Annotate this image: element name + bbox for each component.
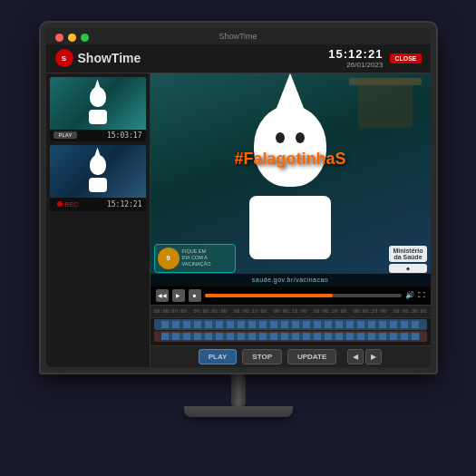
badge-text: FIQUE EM DIA COM A VACINAÇÃO: [182, 248, 211, 267]
playlist-thumb-2: [50, 145, 146, 198]
rec-indicator: REC: [53, 199, 83, 209]
left-overlay: 9 FIQUE EM DIA COM A VACINAÇÃO: [154, 244, 236, 273]
prev-arrow-button[interactable]: ◀: [347, 349, 364, 364]
next-arrow-button[interactable]: ▶: [365, 349, 382, 364]
rec-dot: [57, 201, 63, 207]
monitor-body: ShowTime S ShowTime 15:12:21 26/01/2023: [39, 21, 438, 374]
play-button-1[interactable]: PLAY: [53, 131, 78, 139]
traffic-light-red[interactable]: [55, 34, 63, 42]
right-overlay: Ministérioda Saúde ◆: [389, 246, 426, 273]
stand-neck: [231, 374, 246, 406]
ruler-marks: 00:00:00:00 00:00:05:00 00:00:10:00 00:0…: [154, 308, 427, 314]
traffic-lights: [55, 34, 89, 42]
char-eyes: [267, 132, 313, 143]
overlay-badge: 9 FIQUE EM DIA COM A VACINAÇÃO: [154, 244, 236, 273]
play-pause-button[interactable]: ▶: [172, 289, 185, 302]
logo-label: ShowTime: [78, 51, 141, 65]
playlist-item-bar-1: PLAY 15:03:17: [50, 130, 146, 141]
ruler-mark-5: 00:00:25:00: [354, 308, 386, 314]
logo-icon: S: [55, 49, 73, 67]
playlist-item-1[interactable]: PLAY 15:03:17: [50, 77, 146, 141]
stop-button[interactable]: ■: [189, 289, 201, 302]
video-controls: ◀◀ ▶ ■ 🔊 ⛶: [151, 287, 431, 305]
char-face: [267, 132, 313, 151]
monitor-wrapper: ShowTime S ShowTime 15:12:21 26/01/2023: [30, 21, 447, 456]
playlist-thumb-1: [50, 77, 146, 130]
ruler-mark-3: 00:00:15:00: [274, 308, 306, 314]
volume-icon[interactable]: 🔊: [405, 291, 414, 299]
ruler-mark-6: 00:00:30:00: [393, 308, 426, 314]
ruler-mark-2: 00:00:10:00: [234, 308, 267, 314]
timeline-track-1[interactable]: [154, 319, 427, 330]
badge-title-line2: DIA COM A: [182, 255, 211, 261]
play-action-button[interactable]: PLAY: [199, 349, 238, 364]
stand-base: [184, 406, 293, 417]
rewind-button[interactable]: ◀◀: [156, 289, 169, 302]
monitor-bezel: ShowTime S ShowTime 15:12:21 26/01/2023: [46, 28, 431, 367]
timeline-section: 00:00:00:00 00:00:05:00 00:00:10:00 00:0…: [151, 305, 431, 345]
header-right: 15:12:21 26/01/2023 CLOSE: [328, 47, 421, 69]
timeline-ruler: 00:00:00:00 00:00:05:00 00:00:10:00 00:0…: [151, 306, 431, 318]
update-action-button[interactable]: UPDATE: [287, 349, 336, 364]
window-title: ShowTime: [219, 32, 257, 41]
badge-circle: 9: [158, 248, 180, 269]
progress-bar[interactable]: [205, 294, 402, 297]
traffic-light-green[interactable]: [81, 34, 89, 42]
nav-arrows: ◀ ▶: [347, 349, 382, 364]
ruler-mark-1: 00:00:05:00: [194, 308, 227, 314]
main-character: [231, 105, 349, 268]
overlay-logo-secondary: ◆: [389, 264, 426, 273]
url-text: saude.gov.br/vacinacao: [252, 277, 328, 283]
thumb-character-2: [84, 155, 112, 196]
timeline-track-2[interactable]: [154, 331, 427, 342]
ruler-mark-0: 00:00:00:00: [154, 308, 187, 314]
badge-title-line1: FIQUE EM: [182, 248, 211, 255]
stop-action-button[interactable]: STOP: [242, 349, 282, 364]
video-main: #FalagotinhaS 9 FIQUE EM DIA COM A VACIN…: [151, 73, 431, 287]
time-display: 15:12:21 26/01/2023: [328, 47, 383, 69]
url-bar: saude.gov.br/vacinacao: [151, 274, 431, 287]
overlay-logo-ministry: Ministérioda Saúde: [389, 246, 426, 262]
bottom-bar: PLAY STOP UPDATE ◀ ▶: [151, 345, 431, 367]
logo-text: ShowTime: [78, 51, 141, 65]
timecode-2: 15:12:21: [107, 200, 142, 209]
left-panel: PLAY 15:03:17: [46, 73, 151, 367]
rec-label: REC: [65, 201, 79, 208]
title-bar: ShowTime: [46, 28, 431, 44]
logo-area: S ShowTime: [55, 49, 141, 67]
badge-title-line3: VACINAÇÃO: [182, 261, 211, 267]
timecode-1: 15:03:17: [107, 131, 142, 140]
app-screen: ShowTime S ShowTime 15:12:21 26/01/2023: [46, 28, 431, 367]
traffic-light-yellow[interactable]: [68, 34, 76, 42]
eye-left: [276, 132, 285, 143]
close-button[interactable]: CLOSE: [390, 53, 421, 63]
char-torso: [249, 196, 331, 259]
playlist-item-bar-2: REC 15:12:21: [50, 198, 146, 211]
playlist-item-2[interactable]: REC 15:12:21: [50, 145, 146, 211]
timeline-tracks: [151, 318, 431, 345]
progress-fill: [205, 294, 333, 297]
main-content: PLAY 15:03:17: [46, 73, 431, 367]
char-head: [254, 105, 326, 187]
right-panel: #FalagotinhaS 9 FIQUE EM DIA COM A VACIN…: [151, 73, 431, 367]
thumb-character-1: [84, 87, 112, 128]
bg-props: [358, 83, 413, 128]
time-date: 26/01/2023: [328, 61, 383, 69]
ruler-mark-4: 00:00:20:00: [314, 308, 346, 314]
eye-right: [296, 132, 305, 143]
fullscreen-button[interactable]: ⛶: [418, 291, 425, 299]
app-header: S ShowTime 15:12:21 26/01/2023 CLOSE: [46, 44, 431, 73]
hashtag-overlay: #FalagotinhaS: [234, 149, 345, 168]
monitor-stand: [184, 374, 293, 417]
time-main: 15:12:21: [328, 47, 383, 61]
